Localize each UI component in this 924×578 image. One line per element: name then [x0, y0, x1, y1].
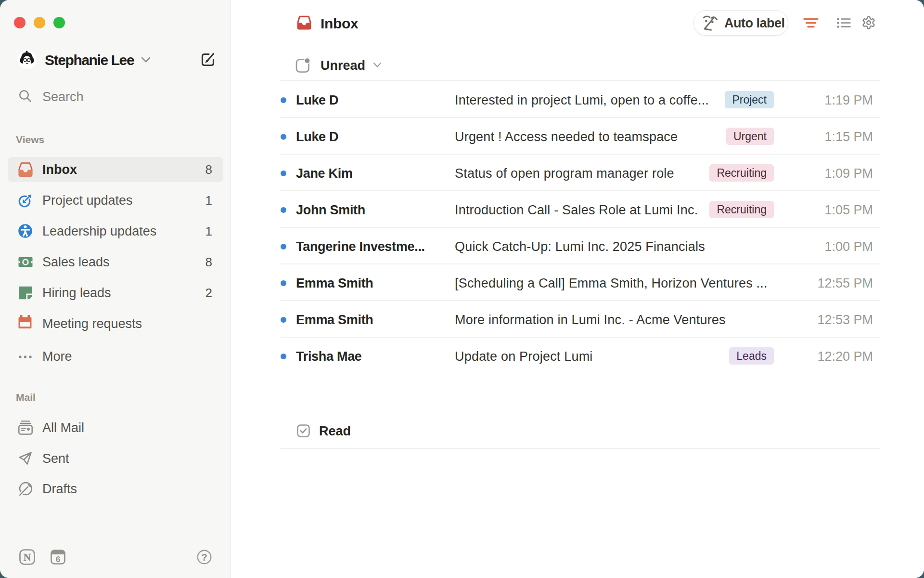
svg-text:6: 6 — [56, 555, 60, 564]
svg-text:?: ? — [201, 552, 207, 563]
svg-text:N: N — [24, 552, 31, 563]
